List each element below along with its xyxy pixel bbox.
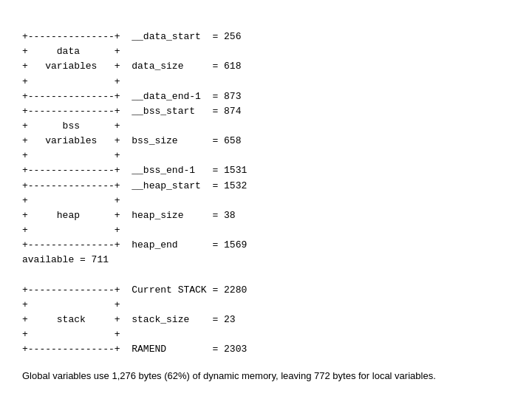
memory-map-display: +---------------+ __data_start = 256 + d… [22, 15, 510, 357]
available-line: available = 711 [22, 254, 109, 265]
memory-map-lines2: +---------------+ Current STACK = 2280 +… [22, 284, 247, 355]
footer-text: Global variables use 1,276 bytes (62%) o… [22, 370, 510, 381]
memory-map-lines: +---------------+ __data_start = 256 + d… [22, 31, 247, 250]
